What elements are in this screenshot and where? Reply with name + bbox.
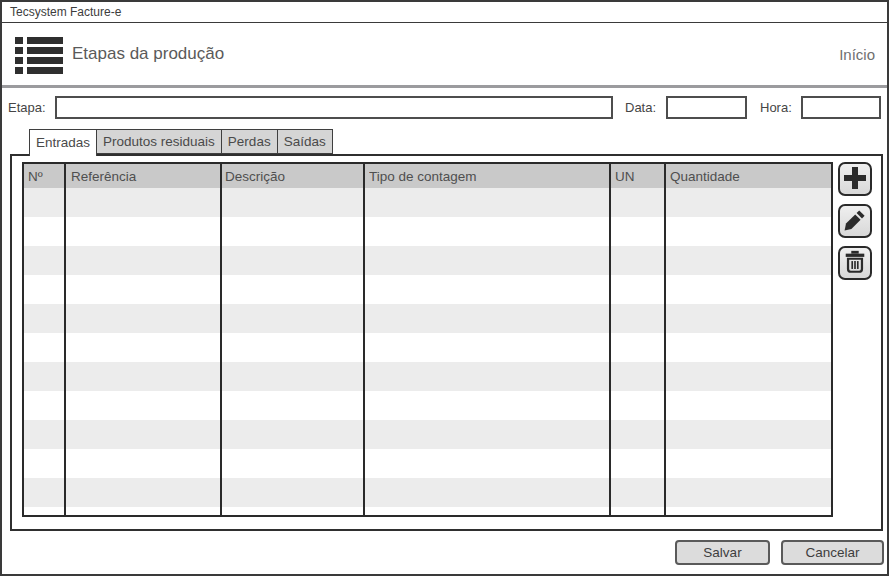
pencil-icon — [842, 207, 868, 236]
page-title: Etapas da produção — [72, 23, 224, 85]
table-row — [24, 507, 831, 515]
column-divider — [220, 164, 222, 515]
home-link[interactable]: Início — [839, 23, 875, 85]
items-table[interactable]: NºReferênciaDescriçãoTipo de contagemUNQ… — [22, 162, 833, 517]
data-label: Data: — [625, 100, 656, 115]
delete-row-button[interactable] — [838, 246, 872, 280]
tab-saidas[interactable]: Saídas — [277, 129, 333, 154]
table-row — [24, 449, 831, 478]
add-row-button[interactable] — [838, 162, 872, 196]
data-input[interactable] — [666, 96, 747, 119]
table-row — [24, 362, 831, 391]
edit-row-button[interactable] — [838, 204, 872, 238]
page-header: Etapas da produção Início — [2, 23, 887, 88]
column-divider — [609, 164, 611, 515]
table-row — [24, 275, 831, 304]
save-button[interactable]: Salvar — [675, 540, 770, 565]
app-window: Tecsystem Facture-e Etapas da produção I… — [0, 0, 889, 576]
tab-entradas[interactable]: Entradas — [29, 129, 97, 156]
list-icon — [14, 36, 64, 77]
column-header: Quantidade — [670, 164, 829, 188]
column-header: Tipo de contagem — [369, 164, 607, 188]
cancel-button[interactable]: Cancelar — [781, 540, 884, 565]
trash-icon — [842, 249, 868, 278]
plus-icon — [842, 165, 868, 194]
etapa-label: Etapa: — [8, 100, 46, 115]
hora-label: Hora: — [760, 100, 792, 115]
tab-perdas[interactable]: Perdas — [221, 129, 278, 154]
table-body[interactable] — [24, 188, 831, 515]
column-divider — [664, 164, 666, 515]
window-title: Tecsystem Facture-e — [10, 5, 121, 19]
table-row — [24, 478, 831, 507]
hora-input[interactable] — [801, 96, 881, 119]
tab-produtos-residuais[interactable]: Produtos residuais — [96, 129, 222, 154]
table-row — [24, 217, 831, 246]
table-header-row: NºReferênciaDescriçãoTipo de contagemUNQ… — [24, 164, 831, 188]
table-row — [24, 188, 831, 217]
table-row — [24, 304, 831, 333]
etapa-input[interactable] — [55, 96, 613, 119]
column-divider — [363, 164, 365, 515]
column-header: Nº — [28, 164, 62, 188]
column-header: UN — [615, 164, 662, 188]
table-row — [24, 420, 831, 449]
table-row — [24, 391, 831, 420]
column-divider — [64, 164, 66, 515]
column-header: Descrição — [225, 164, 361, 188]
table-row — [24, 333, 831, 362]
title-bar: Tecsystem Facture-e — [2, 2, 887, 23]
column-header: Referência — [71, 164, 218, 188]
table-row — [24, 246, 831, 275]
tab-bar: EntradasProdutos residuaisPerdasSaídas — [29, 129, 332, 156]
